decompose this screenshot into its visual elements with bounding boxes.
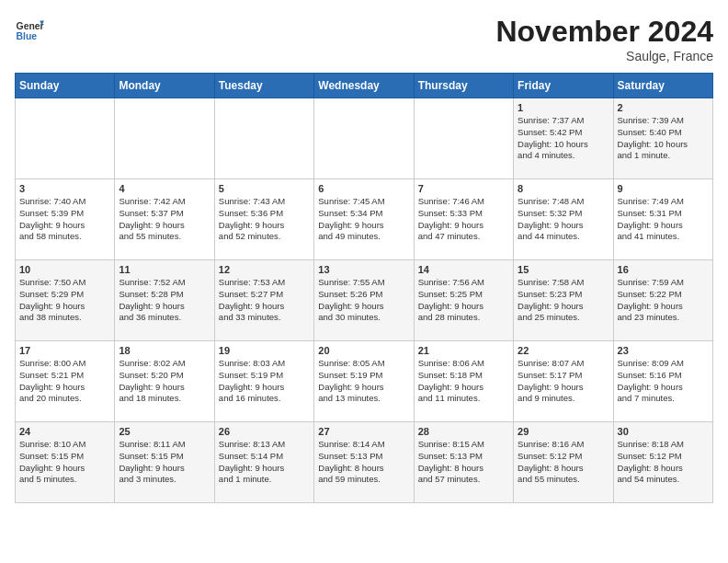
day-info-line: Daylight: 9 hours <box>418 301 509 313</box>
day-number: 13 <box>318 264 409 275</box>
day-info-line: Daylight: 9 hours <box>219 220 310 232</box>
day-info-line: Sunrise: 8:07 AM <box>518 358 609 370</box>
calendar-cell: 7Sunrise: 7:46 AMSunset: 5:33 PMDaylight… <box>414 179 513 260</box>
day-info-line: and 13 minutes. <box>318 393 409 405</box>
weekday-header: Thursday <box>414 74 513 98</box>
day-number: 10 <box>19 264 110 275</box>
day-info-line: Daylight: 9 hours <box>119 301 210 313</box>
calendar-cell: 11Sunrise: 7:52 AMSunset: 5:28 PMDayligh… <box>115 260 214 341</box>
day-number: 29 <box>518 426 609 437</box>
day-info-line: Daylight: 9 hours <box>618 301 709 313</box>
calendar-cell: 4Sunrise: 7:42 AMSunset: 5:37 PMDaylight… <box>115 179 214 260</box>
day-info-line: Sunrise: 7:52 AM <box>119 277 210 289</box>
day-info-line: and 44 minutes. <box>518 231 609 243</box>
day-info-line: Daylight: 9 hours <box>318 220 409 232</box>
day-number: 19 <box>219 345 310 356</box>
day-info-line: Daylight: 9 hours <box>618 220 709 232</box>
day-info-line: Daylight: 9 hours <box>19 220 110 232</box>
calendar-cell: 3Sunrise: 7:40 AMSunset: 5:39 PMDaylight… <box>16 179 115 260</box>
calendar-week-row: 24Sunrise: 8:10 AMSunset: 5:15 PMDayligh… <box>16 422 713 503</box>
logo-icon: General Blue <box>15 15 44 44</box>
day-info-line: and 25 minutes. <box>518 312 609 324</box>
day-info-line: Sunrise: 7:59 AM <box>618 277 709 289</box>
day-info-line: Sunrise: 7:43 AM <box>219 196 310 208</box>
day-info-line: Sunset: 5:40 PM <box>618 127 709 139</box>
day-info-line: Sunrise: 8:15 AM <box>418 439 509 451</box>
location-subtitle: Saulge, France <box>495 49 713 63</box>
day-number: 11 <box>119 264 210 275</box>
day-info-line: Sunset: 5:16 PM <box>618 370 709 382</box>
day-info-line: and 47 minutes. <box>418 231 509 243</box>
calendar-cell <box>16 98 115 179</box>
calendar-cell: 30Sunrise: 8:18 AMSunset: 5:12 PMDayligh… <box>613 422 712 503</box>
day-number: 18 <box>119 345 210 356</box>
day-info-line: and 1 minute. <box>618 150 709 162</box>
day-info-line: and 49 minutes. <box>318 231 409 243</box>
day-info-line: and 18 minutes. <box>119 393 210 405</box>
day-info-line: Sunrise: 8:03 AM <box>219 358 310 370</box>
day-number: 16 <box>618 264 709 275</box>
day-number: 30 <box>618 426 709 437</box>
day-info-line: Daylight: 9 hours <box>219 301 310 313</box>
day-number: 6 <box>318 183 409 194</box>
day-number: 15 <box>518 264 609 275</box>
day-number: 4 <box>119 183 210 194</box>
day-info-line: and 52 minutes. <box>219 231 310 243</box>
day-number: 1 <box>518 102 609 113</box>
day-number: 25 <box>119 426 210 437</box>
day-number: 23 <box>618 345 709 356</box>
day-info-line: Sunset: 5:20 PM <box>119 370 210 382</box>
day-info-line: Sunset: 5:19 PM <box>318 370 409 382</box>
day-info-line: Sunrise: 7:55 AM <box>318 277 409 289</box>
calendar-cell: 29Sunrise: 8:16 AMSunset: 5:12 PMDayligh… <box>514 422 613 503</box>
calendar-cell: 19Sunrise: 8:03 AMSunset: 5:19 PMDayligh… <box>214 341 313 422</box>
day-info-line: Daylight: 8 hours <box>418 463 509 475</box>
svg-text:Blue: Blue <box>17 31 38 41</box>
day-info-line: Sunset: 5:37 PM <box>119 208 210 220</box>
calendar-cell <box>414 98 513 179</box>
day-info-line: Sunset: 5:42 PM <box>518 127 609 139</box>
day-number: 9 <box>618 183 709 194</box>
calendar-cell: 20Sunrise: 8:05 AMSunset: 5:19 PMDayligh… <box>314 341 414 422</box>
day-info-line: and 30 minutes. <box>318 312 409 324</box>
weekday-header: Saturday <box>613 74 712 98</box>
day-info-line: Daylight: 9 hours <box>119 220 210 232</box>
day-info-line: Sunset: 5:14 PM <box>219 451 310 463</box>
day-info-line: Sunrise: 7:37 AM <box>518 115 609 127</box>
calendar-week-row: 17Sunrise: 8:00 AMSunset: 5:21 PMDayligh… <box>16 341 713 422</box>
calendar-cell <box>214 98 313 179</box>
month-title: November 2024 <box>495 15 713 49</box>
day-info-line: Sunset: 5:12 PM <box>618 451 709 463</box>
day-info-line: and 55 minutes. <box>119 231 210 243</box>
day-info-line: Sunrise: 7:42 AM <box>119 196 210 208</box>
weekday-header: Friday <box>514 74 613 98</box>
calendar-week-row: 1Sunrise: 7:37 AMSunset: 5:42 PMDaylight… <box>16 98 713 179</box>
day-info-line: Sunset: 5:13 PM <box>418 451 509 463</box>
calendar-cell: 8Sunrise: 7:48 AMSunset: 5:32 PMDaylight… <box>514 179 613 260</box>
day-info-line: and 16 minutes. <box>219 393 310 405</box>
day-info-line: and 55 minutes. <box>518 474 609 486</box>
day-number: 26 <box>219 426 310 437</box>
day-info-line: Sunset: 5:15 PM <box>119 451 210 463</box>
day-info-line: Daylight: 8 hours <box>618 463 709 475</box>
day-number: 7 <box>418 183 509 194</box>
day-info-line: Sunset: 5:28 PM <box>119 289 210 301</box>
day-info-line: and 9 minutes. <box>518 393 609 405</box>
calendar-table: SundayMondayTuesdayWednesdayThursdayFrid… <box>15 73 713 503</box>
calendar-cell: 17Sunrise: 8:00 AMSunset: 5:21 PMDayligh… <box>16 341 115 422</box>
day-info-line: Sunrise: 8:16 AM <box>518 439 609 451</box>
day-info-line: Sunrise: 7:40 AM <box>19 196 110 208</box>
day-info-line: Sunrise: 7:49 AM <box>618 196 709 208</box>
day-info-line: Sunset: 5:36 PM <box>219 208 310 220</box>
calendar-cell: 1Sunrise: 7:37 AMSunset: 5:42 PMDaylight… <box>514 98 613 179</box>
day-info-line: Daylight: 9 hours <box>518 382 609 394</box>
calendar-week-row: 10Sunrise: 7:50 AMSunset: 5:29 PMDayligh… <box>16 260 713 341</box>
calendar-body: 1Sunrise: 7:37 AMSunset: 5:42 PMDaylight… <box>16 98 713 503</box>
day-number: 27 <box>318 426 409 437</box>
day-info-line: Daylight: 10 hours <box>518 139 609 151</box>
calendar-cell: 26Sunrise: 8:13 AMSunset: 5:14 PMDayligh… <box>214 422 313 503</box>
day-info-line: Daylight: 9 hours <box>219 463 310 475</box>
day-info-line: Daylight: 9 hours <box>518 220 609 232</box>
logo: General Blue <box>15 15 44 44</box>
calendar-cell <box>314 98 414 179</box>
